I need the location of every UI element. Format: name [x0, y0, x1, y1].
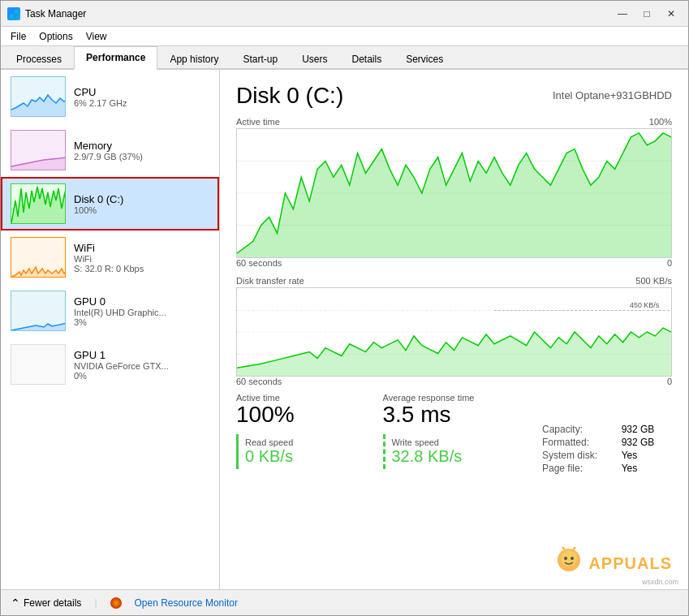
svg-marker-8	[11, 323, 66, 331]
resource-monitor-icon	[110, 597, 122, 609]
transfer-rate-chart: 450 KB/s	[236, 287, 672, 377]
close-button[interactable]: ✕	[661, 6, 682, 22]
sidebar-item-gpu1[interactable]: GPU 1 NVIDIA GeForce GTX... 0%	[1, 338, 219, 391]
disk0-label: Disk 0 (C:)	[74, 193, 123, 205]
sidebar-item-cpu[interactable]: CPU 6% 2.17 GHz	[1, 70, 219, 123]
svg-point-22	[564, 557, 567, 560]
page-file-val: Yes	[622, 463, 672, 474]
minimize-button[interactable]: —	[612, 6, 633, 22]
chart2-time-start: 60 seconds	[236, 377, 282, 386]
chart2-label: Disk transfer rate	[236, 276, 304, 286]
chevron-up-icon: ⌃	[11, 597, 20, 610]
svg-text:450 KB/s: 450 KB/s	[630, 301, 660, 309]
memory-label: Memory	[74, 140, 143, 152]
svg-marker-18	[237, 328, 671, 376]
gpu0-label: GPU 0	[74, 295, 166, 308]
memory-mini-chart	[11, 130, 66, 170]
chart1-max: 100%	[649, 117, 672, 127]
gpu1-sub2: 0%	[74, 371, 169, 381]
menu-options[interactable]: Options	[32, 29, 79, 44]
sidebar-item-disk0[interactable]: Disk 0 (C:) 100%	[1, 177, 219, 230]
memory-sub: 2.9/7.9 GB (37%)	[74, 152, 143, 162]
sidebar-item-wifi[interactable]: WiFi WiFi S: 32.0 R: 0 Kbps	[1, 230, 219, 284]
capacity-val: 932 GB	[622, 424, 672, 435]
detail-brand: Intel Optane+931GBHDD	[553, 89, 672, 101]
gpu1-mini-chart	[11, 344, 66, 385]
fewer-details-button[interactable]: ⌃ Fewer details	[11, 597, 81, 610]
wifi-info: WiFi WiFi S: 32.0 R: 0 Kbps	[74, 242, 144, 274]
watermark: wsxdn.com	[642, 578, 678, 586]
chart2-time-row: 60 seconds 0	[236, 377, 672, 386]
chart2-time-end: 0	[667, 377, 672, 386]
maximize-button[interactable]: □	[636, 6, 657, 22]
svg-marker-5	[11, 157, 66, 170]
read-speed-label: Read speed	[245, 437, 367, 447]
apuals-logo: APPUALS	[549, 547, 672, 579]
menu-view[interactable]: View	[80, 29, 114, 44]
disk-mini-chart	[11, 183, 66, 224]
write-speed-label: Write speed	[392, 437, 514, 447]
active-time-stat: Active time 100%	[236, 393, 383, 428]
detail-header: Disk 0 (C:) Intel Optane+931GBHDD	[236, 83, 672, 109]
chart1-label-row: Active time 100%	[236, 117, 672, 127]
write-speed-value: 32.8 KB/s	[392, 447, 514, 466]
read-speed-value: 0 KB/s	[245, 447, 367, 466]
window-controls: — □ ✕	[612, 6, 682, 22]
detail-title: Disk 0 (C:)	[236, 83, 343, 109]
write-speed-block: Write speed 32.8 KB/s	[383, 434, 514, 469]
sidebar-item-gpu0[interactable]: GPU 0 Intel(R) UHD Graphic... 3%	[1, 284, 219, 338]
gpu1-label: GPU 1	[74, 349, 169, 361]
chart1-label: Active time	[236, 117, 280, 127]
gpu0-sub2: 3%	[74, 317, 166, 327]
detail-right: Capacity: 932 GB Formatted: 932 GB Syste…	[542, 393, 672, 474]
gpu0-mini-chart	[11, 291, 66, 331]
tab-app-history[interactable]: App history	[157, 48, 230, 70]
tab-processes[interactable]: Processes	[4, 48, 74, 70]
detail-left: Active time 100% Average response time 3…	[236, 393, 529, 474]
formatted-key: Formatted:	[542, 437, 615, 448]
svg-rect-2	[10, 15, 13, 18]
cpu-sub: 6% 2.17 GHz	[74, 98, 127, 108]
open-resource-monitor-link[interactable]: Open Resource Monitor	[135, 597, 238, 609]
cpu-info: CPU 6% 2.17 GHz	[74, 86, 127, 108]
sidebar-item-memory[interactable]: Memory 2.9/7.9 GB (37%)	[1, 123, 219, 177]
gpu1-sub: NVIDIA GeForce GTX...	[74, 361, 169, 371]
page-file-key: Page file:	[542, 463, 615, 474]
info-grid: Capacity: 932 GB Formatted: 932 GB Syste…	[542, 424, 672, 474]
detail-panel: Disk 0 (C:) Intel Optane+931GBHDD Active…	[220, 70, 688, 589]
active-time-chart	[236, 128, 672, 258]
system-disk-val: Yes	[622, 450, 672, 461]
stats-section: Active time 100% Average response time 3…	[236, 393, 529, 428]
wifi-label: WiFi	[74, 242, 144, 254]
disk0-sub: 100%	[74, 205, 123, 215]
tab-users[interactable]: Users	[290, 48, 339, 70]
chart1-time-start: 60 seconds	[236, 258, 282, 268]
memory-info: Memory 2.9/7.9 GB (37%)	[74, 140, 143, 162]
fewer-details-label: Fewer details	[24, 597, 81, 609]
avg-response-value: 3.5 ms	[383, 403, 514, 428]
wifi-sub2: S: 32.0 R: 0 Kbps	[74, 264, 144, 274]
main-content: CPU 6% 2.17 GHz Memory 2.9/7.9 GB (37%)	[1, 70, 688, 589]
svg-rect-0	[10, 10, 13, 13]
tab-startup[interactable]: Start-up	[230, 48, 290, 70]
capacity-key: Capacity:	[542, 424, 615, 435]
svg-rect-3	[15, 15, 18, 18]
menu-file[interactable]: File	[4, 29, 32, 44]
active-time-value: 100%	[236, 403, 367, 428]
detail-body: Active time 100% Average response time 3…	[236, 393, 672, 474]
tab-services[interactable]: Services	[394, 48, 455, 70]
chart1-time-row: 60 seconds 0	[236, 258, 672, 268]
cpu-label: CPU	[74, 86, 127, 98]
app-icon	[7, 7, 20, 20]
svg-point-23	[571, 557, 574, 560]
svg-marker-13	[237, 133, 671, 257]
cpu-mini-chart	[11, 76, 66, 117]
chart2-label-row: Disk transfer rate 500 KB/s	[236, 276, 672, 286]
tab-performance[interactable]: Performance	[74, 46, 157, 70]
gpu0-info: GPU 0 Intel(R) UHD Graphic... 3%	[74, 295, 166, 327]
sidebar: CPU 6% 2.17 GHz Memory 2.9/7.9 GB (37%)	[1, 70, 220, 589]
tab-details[interactable]: Details	[339, 48, 394, 70]
avg-response-stat: Average response time 3.5 ms	[383, 393, 530, 428]
speed-section: Read speed 0 KB/s Write speed 32.8 KB/s	[236, 434, 529, 469]
chart1-time-end: 0	[667, 258, 672, 268]
